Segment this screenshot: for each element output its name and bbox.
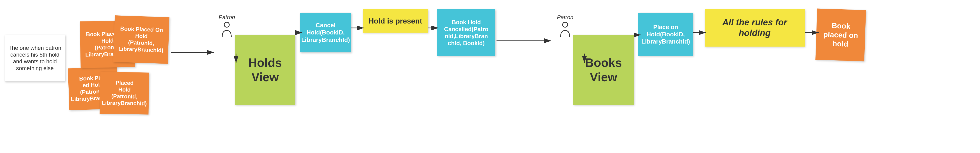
orange-note-4: Book Placed On Hold (PatronId, LibraryBr… (113, 15, 170, 64)
all-rules-note: All the rules for holding (705, 9, 805, 46)
patron-1: Patron (219, 14, 235, 38)
arrow-holdpresent-cancelled (428, 26, 442, 30)
svg-point-13 (563, 22, 568, 27)
holds-view: Holds View (235, 35, 295, 105)
white-note: The one when patron cancels his 5th hold… (5, 35, 65, 81)
orange-note-2: Placed Hold (PatronId, LibraryBranchId) (100, 72, 149, 115)
arrow-1 (171, 46, 218, 58)
cancel-hold-note: Cancel Hold(BookID, LibraryBranchId) (300, 13, 351, 53)
hold-present-note: Hold is present (363, 9, 428, 33)
arrow-placehold-allrules (693, 30, 709, 35)
arrow-cancelled-right (496, 35, 555, 46)
arrow-books-placehold (634, 33, 644, 37)
arrow-patron2-books (581, 54, 588, 65)
arrow-allrules-bookplaced (805, 30, 822, 35)
patron-icon-2 (557, 21, 573, 38)
book-placed-on-hold-note: Book placed on hold (815, 8, 866, 61)
patron-2: Patron (557, 14, 573, 38)
book-hold-cancelled-note: Book Hold Cancelled(Patro nId,LibraryBra… (437, 9, 495, 56)
books-view: Books View (573, 35, 634, 105)
svg-point-2 (224, 22, 229, 27)
arrow-holds-cancel (295, 30, 305, 35)
place-on-hold-note: Place on Hold(BookID, LibraryBranchId) (638, 13, 693, 56)
arrow-patron1-holds (232, 54, 240, 65)
arrow-cancel-holdpresent (351, 26, 368, 30)
patron-icon-1 (219, 21, 235, 38)
